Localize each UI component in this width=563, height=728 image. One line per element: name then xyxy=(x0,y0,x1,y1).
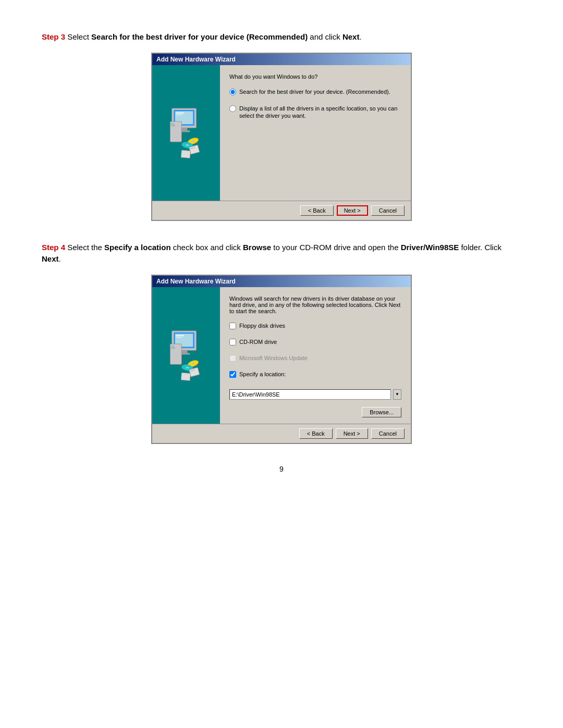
wizard2-checkbox3-container[interactable]: Microsoft Windows Update xyxy=(229,355,401,362)
wizard1-title: Add New Hardware Wizard xyxy=(156,56,236,63)
wizard2-left-panel xyxy=(152,287,220,424)
wizard2-checkbox4[interactable] xyxy=(229,371,236,378)
wizard1-radio2[interactable] xyxy=(229,105,236,112)
wizard1-titlebar: Add New Hardware Wizard xyxy=(152,54,411,65)
computer-illustration-1 xyxy=(157,104,215,162)
wizard2-cancel-button[interactable]: Cancel xyxy=(371,428,405,439)
wizard2-browse-button[interactable]: Browse... xyxy=(362,407,401,417)
wizard2-right-panel: Windows will search for new drivers in i… xyxy=(220,287,411,424)
wizard1-body: What do you want Windows to do? Search f… xyxy=(152,65,411,201)
svg-rect-27 xyxy=(172,346,174,348)
wizard2-back-button[interactable]: < Back xyxy=(299,428,333,439)
wizard2-footer: < Back Next > Cancel xyxy=(152,424,411,443)
wizard1-cancel-button[interactable]: Cancel xyxy=(371,205,405,216)
svg-rect-4 xyxy=(176,114,182,115)
step3-text: Select Search for the best driver for yo… xyxy=(65,32,362,41)
svg-point-10 xyxy=(174,125,175,126)
step3-instruction: Step 3 Select Search for the best driver… xyxy=(42,31,521,43)
wizard2-body: Windows will search for new drivers in i… xyxy=(152,287,411,424)
svg-rect-17 xyxy=(181,150,190,158)
wizard1-option2-label: Display a list of all the drivers in a s… xyxy=(239,105,401,120)
wizard2-checkbox3 xyxy=(229,355,236,362)
wizard2-checkbox4-container[interactable]: Specify a location: xyxy=(229,371,401,378)
wizard1-left-panel xyxy=(152,65,220,201)
wizard1-option1-label: Search for the best driver for your devi… xyxy=(239,88,390,95)
svg-rect-35 xyxy=(181,373,190,381)
wizard1-footer: < Back Next > Cancel xyxy=(152,201,411,220)
wizard1-option2-container[interactable]: Display a list of all the drivers in a s… xyxy=(229,105,401,120)
wizard1-right-panel: What do you want Windows to do? Search f… xyxy=(220,65,411,201)
wizard2-checkbox2-label: CD-ROM drive xyxy=(239,339,277,345)
svg-rect-9 xyxy=(172,124,174,125)
wizard2-titlebar: Add New Hardware Wizard xyxy=(152,276,411,287)
wizard2-checkbox1-container[interactable]: Floppy disk drives xyxy=(229,323,401,329)
step4-text: Select the Specify a location check box … xyxy=(42,243,501,264)
wizard2-checkbox3-label: Microsoft Windows Update xyxy=(239,355,308,361)
wizard2-description: Windows will search for new drivers in i… xyxy=(229,295,401,314)
wizard1-back-button[interactable]: < Back xyxy=(300,205,334,216)
wizard2-location-field[interactable] xyxy=(229,389,391,400)
step4-instruction: Step 4 Select the Specify a location che… xyxy=(42,242,521,265)
wizard2-checkbox2-container[interactable]: CD-ROM drive xyxy=(229,339,401,346)
wizard1-container: Add New Hardware Wizard xyxy=(151,53,412,221)
wizard2-browse-row: Browse... xyxy=(229,407,401,417)
step3-label: Step 3 xyxy=(42,32,65,41)
wizard2-next-button[interactable]: Next > xyxy=(336,428,368,439)
wizard2-title: Add New Hardware Wizard xyxy=(156,278,236,285)
wizard1-option1-container[interactable]: Search for the best driver for your devi… xyxy=(229,88,401,95)
wizard1-next-button[interactable]: Next > xyxy=(337,205,368,216)
wizard2-container: Add New Hardware Wizard xyxy=(151,275,412,444)
wizard2-checkbox4-label: Specify a location: xyxy=(239,371,286,377)
wizard2-checkbox1-label: Floppy disk drives xyxy=(239,323,285,329)
step4-label: Step 4 xyxy=(42,243,65,252)
wizard2-location-input-row: ▼ xyxy=(229,389,401,400)
svg-rect-3 xyxy=(176,112,184,113)
wizard2-dropdown-arrow[interactable]: ▼ xyxy=(393,389,401,400)
wizard2-checkbox2[interactable] xyxy=(229,339,236,346)
wizard1-question: What do you want Windows to do? xyxy=(229,73,401,80)
svg-rect-21 xyxy=(176,335,184,336)
computer-illustration-2 xyxy=(157,327,215,384)
page-number: 9 xyxy=(42,465,521,473)
wizard1-radio1[interactable] xyxy=(229,89,236,95)
svg-rect-22 xyxy=(176,337,182,338)
svg-point-28 xyxy=(174,347,175,349)
wizard2-checkbox1[interactable] xyxy=(229,323,236,329)
